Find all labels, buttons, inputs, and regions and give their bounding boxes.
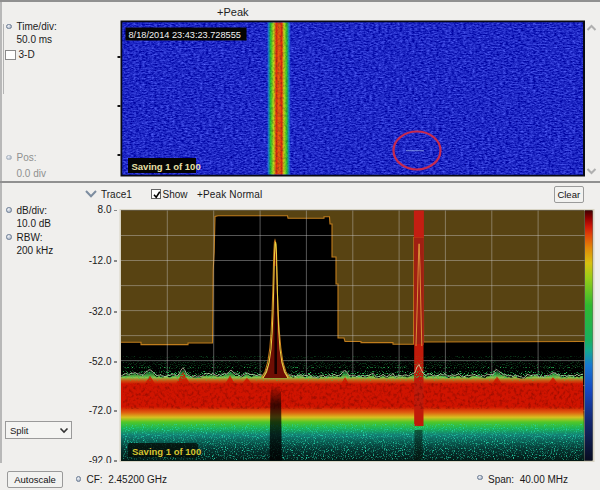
svg-text:Saving 1 of 100: Saving 1 of 100 <box>132 446 201 457</box>
